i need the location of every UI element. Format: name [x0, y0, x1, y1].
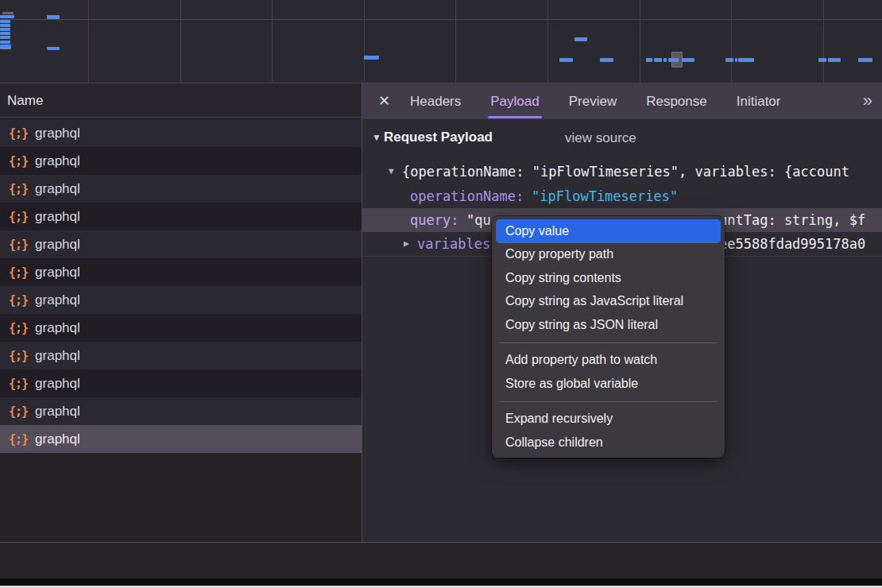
waterfall-request-bar[interactable] [0, 44, 11, 49]
fetch-json-icon: {;} [9, 321, 28, 335]
property-value-start: "qu [466, 208, 491, 232]
fetch-json-icon: {;} [9, 126, 28, 141]
waterfall-request-bar[interactable] [364, 56, 379, 60]
waterfall-request-bar[interactable] [654, 58, 662, 62]
fetch-json-icon: {;} [9, 154, 28, 168]
tab-response[interactable]: Response [646, 83, 707, 119]
waterfall-request-bar[interactable] [0, 20, 10, 23]
name-column-header[interactable]: Name [0, 83, 362, 118]
menu-item-copy-string-as-javascript-literal[interactable]: Copy string as JavaScript literal [496, 290, 721, 314]
waterfall-request-bar[interactable] [818, 58, 826, 62]
menu-item-expand-recursively[interactable]: Expand recursively [496, 408, 721, 431]
waterfall-request-bar[interactable] [0, 24, 10, 27]
waterfall-request-bar[interactable] [0, 15, 14, 18]
waterfall-request-bar[interactable] [725, 58, 733, 62]
more-tabs-chevron-icon[interactable]: » [863, 83, 871, 119]
waterfall-request-bar[interactable] [0, 36, 10, 39]
request-row[interactable]: {;}graphql [0, 369, 362, 397]
waterfall-request-bar[interactable] [559, 58, 573, 62]
request-row[interactable]: {;}graphql [0, 258, 362, 286]
devtools-network-panel: Name {;}graphql{;}graphql{;}graphql{;}gr… [0, 0, 882, 588]
waterfall-gridline [547, 0, 548, 83]
property-key: variables [417, 232, 490, 256]
tab-payload[interactable]: Payload [490, 83, 539, 119]
request-name: graphql [35, 431, 80, 447]
request-name: graphql [35, 237, 80, 253]
waterfall-request-bar[interactable] [858, 58, 872, 62]
fetch-json-icon: {;} [9, 377, 28, 391]
request-payload-section-header[interactable]: ▼ Request Payload view source [362, 130, 882, 150]
menu-item-copy-string-as-json-literal[interactable]: Copy string as JSON literal [496, 313, 721, 337]
fetch-json-icon: {;} [9, 265, 28, 280]
request-row[interactable]: {;}graphql [0, 342, 362, 369]
close-icon[interactable]: ✕ [378, 83, 390, 119]
view-source-link[interactable]: view source [565, 130, 636, 146]
collapse-triangle-icon[interactable]: ▼ [372, 132, 381, 143]
waterfall-request-bar[interactable] [828, 58, 841, 62]
request-row[interactable]: {;}graphql [0, 314, 362, 342]
tree-row-operation-name[interactable]: operationName: "ipFlowTimeseries" [362, 184, 882, 208]
request-row[interactable]: {;}graphql [0, 119, 362, 147]
request-row[interactable]: {;}graphql [0, 397, 362, 425]
fetch-json-icon: {;} [9, 238, 28, 252]
waterfall-request-bar[interactable] [47, 47, 60, 51]
waterfall-gridline [180, 0, 181, 83]
request-name: graphql [35, 265, 80, 280]
request-name: graphql [35, 376, 80, 392]
request-row[interactable]: {;}graphql [0, 175, 362, 203]
network-overview-waterfall[interactable] [0, 0, 882, 83]
detail-tabs: Headers Payload Preview Response Initiat… [410, 83, 780, 119]
waterfall-gridline [455, 0, 456, 83]
tab-preview[interactable]: Preview [569, 83, 617, 119]
request-row[interactable]: {;}graphql [0, 203, 362, 230]
waterfall-request-bar[interactable] [738, 58, 754, 62]
waterfall-request-bar[interactable] [735, 58, 737, 62]
waterfall-request-bar[interactable] [47, 15, 60, 19]
request-row[interactable]: {;}graphql [0, 230, 362, 258]
fetch-json-icon: {;} [9, 404, 28, 419]
property-value: "ipFlowTimeseries" [532, 184, 678, 208]
menu-item-copy-string-contents[interactable]: Copy string contents [496, 266, 721, 290]
request-row[interactable]: {;}graphql [0, 425, 362, 453]
waterfall-request-bar[interactable] [0, 32, 10, 35]
fetch-json-icon: {;} [9, 432, 28, 447]
property-value-continued: ee5588fdad995178a0 [719, 232, 865, 256]
request-list-panel: Name {;}graphql{;}graphql{;}graphql{;}gr… [0, 83, 362, 542]
property-key: query: [410, 208, 458, 232]
tab-headers[interactable]: Headers [410, 83, 461, 119]
tab-initiator[interactable]: Initiator [737, 83, 781, 119]
menu-item-copy-value[interactable]: Copy value [496, 219, 721, 243]
property-key: operationName: [410, 184, 524, 208]
menu-item-store-as-global-variable[interactable]: Store as global variable [496, 372, 721, 396]
waterfall-gridline [823, 0, 824, 83]
menu-item-add-property-path-to-watch[interactable]: Add property path to watch [496, 349, 721, 373]
root-object-preview: {operationName: "ipFlowTimeseries", vari… [402, 160, 849, 184]
waterfall-gridline [640, 0, 640, 83]
request-name: graphql [35, 209, 80, 225]
waterfall-request-bar[interactable] [0, 41, 10, 44]
waterfall-request-bar[interactable] [682, 58, 694, 62]
waterfall-request-bar[interactable] [600, 58, 613, 62]
waterfall-request-bar[interactable] [0, 28, 10, 31]
waterfall-gridline [88, 0, 89, 83]
request-row[interactable]: {;}graphql [0, 147, 362, 175]
request-row[interactable]: {;}graphql [0, 286, 362, 314]
expander-icon[interactable]: ▶ [404, 232, 409, 256]
detail-tab-bar: ✕ Headers Payload Preview Response Initi… [362, 83, 882, 119]
waterfall-request-bar[interactable] [663, 58, 667, 62]
expander-icon[interactable]: ▼ [389, 160, 394, 184]
section-title: Request Payload [384, 130, 493, 145]
waterfall-gridline [731, 0, 732, 83]
menu-item-copy-property-path[interactable]: Copy property path [496, 243, 721, 267]
tree-row-root[interactable]: ▼ {operationName: "ipFlowTimeseries", va… [362, 160, 882, 184]
bottom-bar [0, 578, 882, 586]
waterfall-request-bar[interactable] [574, 37, 587, 41]
context-menu: Copy valueCopy property pathCopy string … [492, 216, 725, 458]
waterfall-request-bar[interactable] [673, 58, 679, 62]
menu-item-collapse-children[interactable]: Collapse children [496, 431, 721, 455]
waterfall-gridline [272, 0, 273, 83]
request-name: graphql [35, 292, 80, 308]
waterfall-request-bar[interactable] [646, 58, 652, 62]
request-name: graphql [35, 348, 80, 364]
menu-separator [500, 401, 717, 402]
